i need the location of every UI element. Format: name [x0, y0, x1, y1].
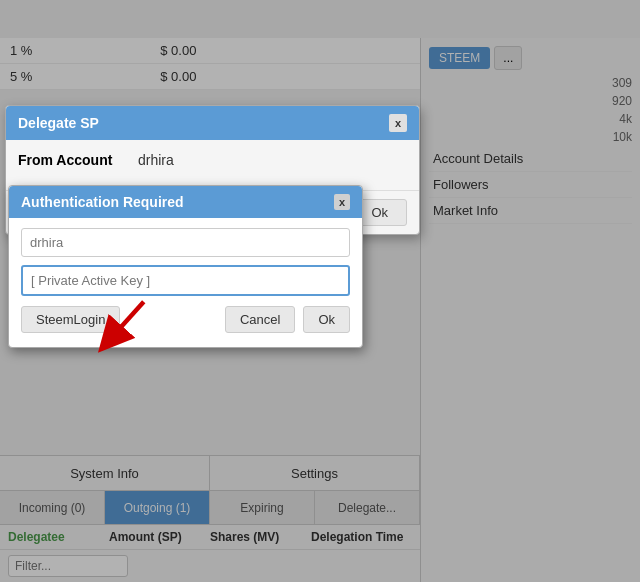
delegate-dialog-body: From Account drhira [6, 140, 419, 190]
delegate-dialog-title: Delegate SP [18, 115, 99, 131]
auth-close-button[interactable]: x [334, 194, 350, 210]
auth-ok-button[interactable]: Ok [303, 306, 350, 333]
username-input[interactable] [21, 228, 350, 257]
from-account-value: drhira [138, 152, 174, 168]
auth-title: Authentication Required [21, 194, 184, 210]
delegate-dialog-title-bar: Delegate SP x [6, 106, 419, 140]
from-account-row: From Account drhira [18, 152, 407, 168]
delegate-dialog-close[interactable]: x [389, 114, 407, 132]
private-key-input[interactable] [21, 265, 350, 296]
auth-title-bar: Authentication Required x [9, 186, 362, 218]
auth-cancel-button[interactable]: Cancel [225, 306, 295, 333]
from-account-label: From Account [18, 152, 138, 168]
steemlogin-button[interactable]: SteemLogin [21, 306, 120, 333]
auth-footer: SteemLogin Cancel Ok [21, 306, 350, 337]
auth-body: SteemLogin Cancel Ok [9, 218, 362, 347]
auth-dialog: Authentication Required x SteemLogin Can… [8, 185, 363, 348]
